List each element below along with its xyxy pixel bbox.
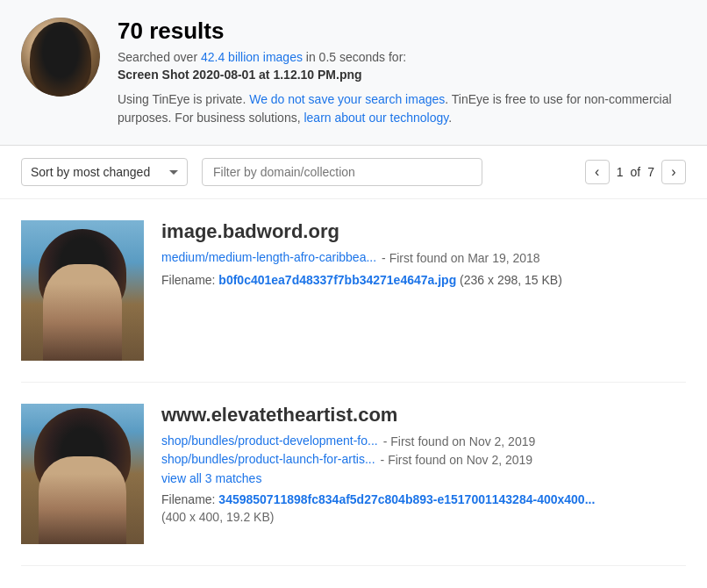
view-all-matches-link[interactable]: view all 3 matches xyxy=(161,471,686,485)
privacy-prefix: Using TinEye is private. xyxy=(118,92,249,106)
query-image-thumbnail xyxy=(21,18,100,97)
filename-label: Filename: xyxy=(161,492,218,506)
fileinfo: (236 x 298, 15 KB) xyxy=(460,273,562,287)
next-page-button[interactable]: › xyxy=(661,160,686,184)
pagination: ‹ 1 of 7 › xyxy=(585,160,686,184)
search-filename: Screen Shot 2020-08-01 at 1.12.10 PM.png xyxy=(118,68,686,82)
result-thumbnail xyxy=(21,404,144,544)
result-found-date-2: - First found on Nov 2, 2019 xyxy=(381,453,533,467)
search-meta: Searched over 42.4 billion images in 0.5… xyxy=(118,50,686,64)
privacy-note: Using TinEye is private. We do not save … xyxy=(118,90,686,127)
result-info: www.elevatetheartist.com shop/bundles/pr… xyxy=(161,404,686,524)
result-domain: image.badword.org xyxy=(161,220,686,243)
page-of-label: of xyxy=(631,165,641,179)
page-current: 1 xyxy=(617,165,624,179)
results-list: image.badword.org medium/medium-length-a… xyxy=(0,199,707,566)
page-total: 7 xyxy=(647,165,654,179)
toolbar: Sort by most changed ‹ 1 of 7 › xyxy=(0,146,707,199)
sort-dropdown-label: Sort by most changed xyxy=(31,165,162,179)
result-url-row-2: shop/bundles/product-launch-for-artis...… xyxy=(161,452,686,468)
search-meta-suffix: in 0.5 seconds for: xyxy=(303,50,406,64)
chevron-down-icon xyxy=(169,170,178,175)
filename-label: Filename: xyxy=(161,273,218,287)
result-thumbnail xyxy=(21,220,144,361)
prev-page-button[interactable]: ‹ xyxy=(585,160,610,184)
result-filename-row: Filename: b0f0c401ea7d48337f7bb34271e464… xyxy=(161,273,686,287)
result-url-2[interactable]: shop/bundles/product-launch-for-artis... xyxy=(161,452,375,466)
result-info: image.badword.org medium/medium-length-a… xyxy=(161,220,686,287)
learn-technology-link[interactable]: learn about our technology xyxy=(304,111,448,125)
header-info: 70 results Searched over 42.4 billion im… xyxy=(118,18,686,127)
result-url-row-1: shop/bundles/product-development-fo... -… xyxy=(161,434,686,449)
result-url-row-1: medium/medium-length-afro-caribbea... - … xyxy=(161,250,686,266)
result-found-date-1: - First found on Mar 19, 2018 xyxy=(382,251,540,265)
result-item: image.badword.org medium/medium-length-a… xyxy=(21,199,686,383)
result-item: www.elevatetheartist.com shop/bundles/pr… xyxy=(21,383,686,566)
no-save-link[interactable]: We do not save your search images xyxy=(249,92,445,106)
privacy-suffix: . xyxy=(448,111,452,125)
header-section: 70 results Searched over 42.4 billion im… xyxy=(0,0,707,146)
result-filename-row: Filename: 3459850711898fc834af5d27c804b8… xyxy=(161,492,686,506)
filename-link[interactable]: 3459850711898fc834af5d27c804b893-e151700… xyxy=(218,492,595,506)
result-found-date-1: - First found on Nov 2, 2019 xyxy=(383,434,536,448)
billion-images-link[interactable]: 42.4 billion images xyxy=(201,50,303,64)
filter-input[interactable] xyxy=(202,158,482,186)
query-image-avatar xyxy=(21,18,100,97)
results-count: 70 results xyxy=(118,18,686,45)
result-fileinfo: (400 x 400, 19.2 KB) xyxy=(161,510,686,524)
search-meta-prefix: Searched over xyxy=(118,50,201,64)
filename-link[interactable]: b0f0c401ea7d48337f7bb34271e4647a.jpg xyxy=(218,273,456,287)
result-url-1[interactable]: medium/medium-length-afro-caribbea... xyxy=(161,250,376,264)
result-domain: www.elevatetheartist.com xyxy=(161,404,686,427)
result-url-1[interactable]: shop/bundles/product-development-fo... xyxy=(161,434,378,448)
sort-dropdown[interactable]: Sort by most changed xyxy=(21,158,188,186)
